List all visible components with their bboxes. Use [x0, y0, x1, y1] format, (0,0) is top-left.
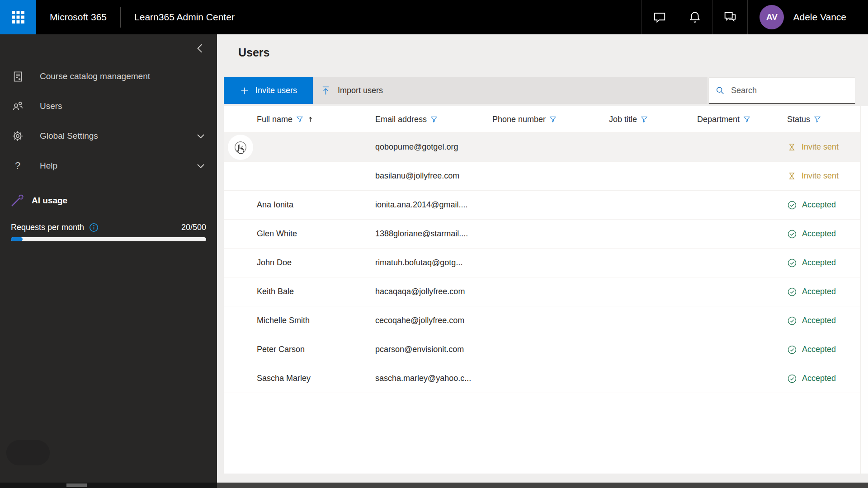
table-header-row: Full name Email address Phone number Job… — [224, 106, 868, 133]
sidebar-item-course-catalog[interactable]: Course catalog management — [0, 64, 217, 89]
feedback-button[interactable] — [712, 0, 747, 34]
chevron-down-icon[interactable] — [195, 131, 206, 141]
import-users-label: Import users — [338, 86, 383, 95]
status-badge: Accepted — [787, 200, 868, 210]
cell-full-name: Peter Carson — [257, 345, 375, 354]
row-checkbox-cell[interactable] — [224, 306, 257, 335]
cell-email: hacaqaqa@jollyfree.com — [375, 287, 492, 296]
table-row[interactable]: Glen White 1388gloriane@starmail.... Acc… — [224, 220, 868, 249]
vertical-scrollbar[interactable] — [860, 106, 868, 474]
toolbar-strip: Import users — [313, 77, 708, 104]
sidebar-item-global-settings[interactable]: Global Settings — [0, 124, 217, 148]
status-label: Accepted — [802, 316, 836, 325]
column-header-status[interactable]: Status — [787, 115, 868, 124]
waffle-icon — [11, 10, 25, 24]
hourglass-icon — [787, 171, 797, 181]
row-checkbox-cell[interactable] — [224, 249, 257, 277]
horizontal-scrollbar-track-left[interactable] — [0, 483, 217, 488]
table-row[interactable]: qobopume@gotgel.org Invite sent — [224, 133, 868, 162]
user-avatar[interactable]: AV — [760, 5, 784, 29]
row-checkbox-cell[interactable] — [224, 277, 257, 306]
bell-icon — [688, 10, 702, 24]
chevron-down-icon[interactable] — [195, 160, 206, 171]
info-icon[interactable] — [89, 222, 99, 233]
row-checkbox-cell[interactable] — [224, 162, 257, 190]
column-header-job-title[interactable]: Job title — [609, 115, 697, 124]
sidebar-item-label: Course catalog management — [40, 71, 150, 81]
status-label: Accepted — [802, 200, 836, 210]
requests-label: Requests per month — [11, 223, 84, 232]
row-checkbox[interactable] — [228, 135, 253, 160]
main-content: Users Invite users Import users — [217, 34, 868, 488]
filter-icon[interactable] — [549, 116, 557, 123]
status-label: Accepted — [802, 374, 836, 383]
app-launcher-button[interactable] — [0, 0, 36, 34]
row-checkbox-cell[interactable] — [224, 133, 257, 161]
status-badge: Accepted — [787, 229, 868, 239]
status-label: Accepted — [802, 229, 836, 239]
cell-full-name: Keith Bale — [257, 287, 375, 296]
filter-icon[interactable] — [430, 116, 438, 123]
table-row[interactable]: Peter Carson pcarson@envisionit.com Acce… — [224, 335, 868, 364]
table-row[interactable]: Sascha Marley sascha.marley@yahoo.c... A… — [224, 364, 868, 393]
import-users-button[interactable]: Import users — [321, 85, 383, 96]
table-row[interactable]: Michelle Smith cecoqahe@jollyfree.com Ac… — [224, 306, 868, 335]
search-box[interactable] — [708, 77, 855, 104]
filter-icon[interactable] — [814, 116, 821, 123]
cell-email: 1388gloriane@starmail.... — [375, 229, 492, 239]
chat-button[interactable] — [642, 0, 677, 34]
ai-usage-label: AI usage — [32, 196, 67, 206]
product-name[interactable]: Microsoft 365 — [50, 12, 107, 23]
column-header-department[interactable]: Department — [697, 115, 787, 124]
hourglass-icon — [787, 142, 797, 152]
column-header-email[interactable]: Email address — [375, 115, 492, 124]
page-title: Users — [238, 46, 270, 59]
status-badge: Accepted — [787, 287, 868, 297]
search-input[interactable] — [731, 86, 849, 95]
column-header-full-name[interactable]: Full name — [257, 115, 375, 124]
check-circle-icon — [787, 200, 797, 210]
check-circle-icon — [787, 287, 797, 297]
horizontal-scrollbar-track-right[interactable] — [217, 483, 868, 488]
chevron-left-icon — [194, 42, 206, 55]
table-row[interactable]: John Doe rimatuh.bofutaq@gotg... Accepte… — [224, 249, 868, 277]
sidebar-item-users[interactable]: Users — [0, 94, 217, 118]
account-menu[interactable]: AV Adele Vance — [747, 0, 868, 34]
topbar: Microsoft 365 Learn365 Admin Center AV A… — [0, 0, 868, 34]
cell-email: qobopume@gotgel.org — [375, 142, 492, 152]
status-label: Invite sent — [802, 171, 839, 181]
row-checkbox-cell[interactable] — [224, 220, 257, 248]
sidebar-item-label: Global Settings — [40, 131, 98, 141]
help-icon: ? — [11, 160, 24, 172]
plus-icon — [240, 86, 250, 96]
topbar-divider — [120, 7, 121, 28]
column-header-phone[interactable]: Phone number — [492, 115, 609, 124]
cell-email: pcarson@envisionit.com — [375, 345, 492, 354]
table-row[interactable]: Ana Ionita ionita.ana.2014@gmail.... Acc… — [224, 191, 868, 220]
command-bar: Invite users Import users — [224, 77, 855, 104]
filter-icon[interactable] — [641, 116, 648, 123]
filter-icon[interactable] — [743, 116, 750, 123]
sidebar-collapse-button[interactable] — [193, 41, 208, 56]
cell-full-name: Sascha Marley — [257, 374, 375, 383]
app-title[interactable]: Learn365 Admin Center — [134, 12, 235, 23]
row-checkbox-cell[interactable] — [224, 335, 257, 364]
status-label: Accepted — [802, 287, 836, 296]
table-row[interactable]: Keith Bale hacaqaqa@jollyfree.com Accept… — [224, 277, 868, 306]
invite-users-button[interactable]: Invite users — [224, 77, 313, 104]
cell-email: sascha.marley@yahoo.c... — [375, 374, 492, 383]
notifications-button[interactable] — [677, 0, 712, 34]
sidebar-nav: Course catalog management Users — [0, 64, 217, 183]
sidebar-item-help[interactable]: ? Help — [0, 154, 217, 178]
filter-icon[interactable] — [296, 116, 303, 123]
cell-full-name: Michelle Smith — [257, 316, 375, 325]
scrollbar-thumb[interactable] — [66, 483, 87, 487]
row-checkbox-cell[interactable] — [224, 364, 257, 393]
status-label: Accepted — [802, 345, 836, 354]
feedback-icon — [723, 10, 737, 24]
cell-email: ionita.ana.2014@gmail.... — [375, 200, 492, 210]
row-checkbox-cell[interactable] — [224, 191, 257, 219]
table-row[interactable]: basilanu@jollyfree.com Invite sent — [224, 162, 868, 191]
cell-full-name: Ana Ionita — [257, 200, 375, 210]
ai-usage-section[interactable]: AI usage — [0, 188, 217, 213]
